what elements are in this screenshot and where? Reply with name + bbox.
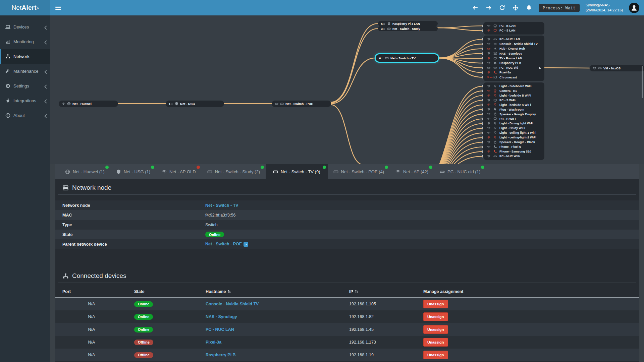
detail-value: Net - Switch - POE bbox=[205, 242, 639, 247]
node-label: Net - USG bbox=[180, 102, 195, 106]
topology-node-usg[interactable]: 1Net - USG bbox=[166, 101, 224, 107]
device-node-pc-s-lan[interactable]: PC - S LAN bbox=[483, 28, 544, 33]
cell-state: Online bbox=[134, 327, 206, 333]
device-node-light-sideboard-wifi[interactable]: Light - Sideboard WiFi bbox=[483, 84, 544, 88]
hostname-link[interactable]: Pixel-3a bbox=[206, 340, 221, 345]
device-node-raspberry-pi-b[interactable]: Raspberry Pi B bbox=[483, 61, 544, 65]
refresh-icon[interactable] bbox=[498, 4, 506, 11]
device-node-pc-nuc-lan[interactable]: PC - NUC LAN bbox=[483, 37, 544, 42]
topology-node-rpi4[interactable]: 5Raspberry Pi 4 LAN bbox=[378, 21, 438, 26]
cell-port: N/A bbox=[62, 340, 134, 345]
device-node-light-bedside-b-wifi[interactable]: Light - bedside B WiFi bbox=[483, 93, 544, 98]
device-node-plug-washroom[interactable]: Plug - Washroom bbox=[483, 107, 544, 112]
device-node-tv-frame-lan[interactable]: TV - Frame LAN bbox=[483, 56, 544, 61]
device-node-phone-pixel-6[interactable]: Phone - Pixel 6 bbox=[483, 144, 544, 149]
device-node-console-nvidia-shield-tv[interactable]: Console - Nvidia Shield TV bbox=[483, 42, 544, 46]
node-link[interactable]: Net - Switch - POE bbox=[205, 242, 242, 246]
node-link[interactable]: Net - Switch - TV bbox=[205, 203, 238, 208]
device-node-hub-cygnet-hub[interactable]: Hub - Cygnet Hub bbox=[483, 46, 544, 51]
unassign-button[interactable]: Unassign bbox=[423, 338, 448, 347]
hostname-link[interactable]: PC - NUC LAN bbox=[206, 327, 234, 332]
sidebar-item-devices[interactable]: Devices bbox=[0, 19, 50, 34]
notifications-bell-icon[interactable] bbox=[525, 4, 533, 11]
tab-net-huawei-1[interactable]: Net - Huawei (1) bbox=[59, 164, 110, 179]
network-topology-diagram[interactable]: Net - Huawei1Net - USGNet - Switch - POE… bbox=[50, 15, 644, 164]
laptop-icon bbox=[5, 24, 10, 29]
bulb-icon bbox=[493, 84, 497, 88]
device-node-pc-s-wifi[interactable]: PC - S WiFi bbox=[483, 98, 544, 103]
nav-forward-icon[interactable] bbox=[485, 4, 492, 11]
device-node-pc-nuc-old[interactable]: PC - NUC old bbox=[483, 65, 544, 70]
topology-node-study[interactable]: 3Net - Switch - Study bbox=[378, 26, 438, 31]
cell-port: N/A bbox=[62, 327, 134, 332]
monitor-icon bbox=[493, 29, 497, 33]
tab-pc-nuc-old-1[interactable]: PC - NUC old (1) bbox=[434, 164, 486, 179]
column-header-state: State bbox=[134, 289, 206, 294]
node-label: Net - Switch - POE bbox=[285, 102, 313, 106]
device-node-camera-e1[interactable]: Camera - E1 bbox=[483, 88, 544, 93]
tab-net-ap-42[interactable]: Net - AP (42) bbox=[390, 164, 434, 179]
device-node-pc-b-wifi[interactable]: PC - B WiFi bbox=[483, 117, 544, 121]
column-header-hostname[interactable]: Hostname bbox=[206, 289, 349, 294]
topology-node-vm[interactable]: VM - NixOS bbox=[590, 65, 644, 71]
column-header-label: Port bbox=[62, 289, 71, 294]
external-link-icon[interactable] bbox=[244, 242, 248, 247]
device-node-chromecast[interactable]: NoneChromecast bbox=[483, 75, 544, 80]
connected-devices-heading: Connected devices bbox=[55, 267, 639, 283]
tab-net-switch-study-2[interactable]: Net - Switch - Study (2) bbox=[202, 164, 266, 179]
device-node-pc-nuc-wifi[interactable]: PC - NUC WiFi bbox=[483, 154, 544, 159]
sidebar-item-network[interactable]: Network bbox=[0, 49, 50, 64]
wifi-icon bbox=[487, 117, 491, 121]
hostname-link[interactable]: Console - Nvidia Shield TV bbox=[206, 302, 259, 306]
move-pan-icon[interactable] bbox=[512, 4, 519, 11]
topology-node-huawei[interactable]: Net - Huawei bbox=[59, 101, 118, 107]
unassign-button[interactable]: Unassign bbox=[423, 325, 448, 334]
raspberry-icon bbox=[493, 61, 497, 65]
wifi-icon bbox=[487, 84, 491, 88]
tab-net-ap-old[interactable]: Net - AP OLD bbox=[156, 164, 202, 179]
eth-icon bbox=[493, 155, 497, 158]
device-node-speaker-google-black[interactable]: Speaker - Google - Black bbox=[483, 140, 544, 144]
detail-value: f4:92:bf:a3:f3:56 bbox=[205, 213, 639, 218]
device-node-pixel-3a[interactable]: Pixel-3a bbox=[483, 70, 544, 75]
wifi-icon bbox=[487, 52, 491, 55]
sidebar-item-integrations[interactable]: Integrations bbox=[0, 93, 50, 108]
sidebar-toggle-button[interactable] bbox=[50, 0, 66, 15]
chevron-left-icon bbox=[43, 25, 47, 29]
nav-back-icon[interactable] bbox=[472, 4, 479, 11]
sidebar-item-maintenance[interactable]: Maintenance bbox=[0, 64, 50, 78]
tab-net-switch-poe-4[interactable]: Net - Switch - POE (4) bbox=[328, 164, 390, 179]
hostname-link[interactable]: Raspberry Pi B bbox=[206, 353, 236, 357]
device-node-pc-b-lan[interactable]: PC - B LAN bbox=[483, 23, 544, 28]
tab-net-switch-tv-9[interactable]: Net - Switch - TV (9) bbox=[266, 164, 328, 179]
topology-node-poe[interactable]: Net - Switch - POE bbox=[272, 101, 331, 107]
hostname-link[interactable]: NAS - Synology bbox=[206, 314, 237, 319]
wifi-icon bbox=[487, 136, 491, 139]
diagram-scrollbar-thumb[interactable] bbox=[642, 66, 643, 98]
column-header-ip[interactable]: IP bbox=[349, 289, 423, 294]
device-node-light-ceiling-light-1-wifi[interactable]: Light - ceiling-light-1 WiFi bbox=[483, 130, 544, 135]
cell-state: Online bbox=[134, 301, 206, 307]
shield-icon bbox=[116, 169, 121, 174]
app-logo[interactable]: NetAlertx bbox=[0, 0, 50, 15]
device-node-nas-synology[interactable]: NAS - Synology bbox=[483, 51, 544, 56]
device-node-phone-samsung-s10[interactable]: Phone - Samsung S10 bbox=[483, 149, 544, 154]
sidebar-item-about[interactable]: About bbox=[0, 108, 50, 123]
unassign-button[interactable]: Unassign bbox=[423, 312, 448, 321]
unassign-button[interactable]: Unassign bbox=[423, 300, 448, 308]
device-node-speaker-google-display[interactable]: Speaker - Google Display bbox=[483, 112, 544, 117]
device-node-light-bedside-s-wifi[interactable]: Light - bedside S WiFi bbox=[483, 103, 544, 107]
navbar-right-group: Process: Wait Synology-NAS (26/06/2024, … bbox=[472, 0, 644, 15]
device-node-light-ceiling-light-2-wifi[interactable]: Light - ceiling-light-2 WiFi bbox=[483, 135, 544, 140]
device-node-light-dining-light-wifi[interactable]: Light - Dining light WiFi bbox=[483, 121, 544, 126]
wifi-icon bbox=[62, 102, 65, 106]
unassign-button[interactable]: Unassign bbox=[423, 351, 448, 359]
tab-net-usg-1[interactable]: Net - USG (1) bbox=[110, 164, 156, 179]
sidebar-item-monitoring[interactable]: Monitoring bbox=[0, 34, 50, 49]
device-node-light-study-wifi[interactable]: Light - Study WiFi bbox=[483, 126, 544, 130]
device-name: Light - ceiling-light-2 WiFi bbox=[499, 136, 536, 139]
tab-label: PC - NUC old (1) bbox=[447, 169, 480, 174]
sidebar-item-settings[interactable]: Settings bbox=[0, 78, 50, 93]
topology-node-tv[interactable]: 4Net - Switch - TV bbox=[376, 55, 438, 61]
user-avatar[interactable] bbox=[629, 3, 639, 13]
